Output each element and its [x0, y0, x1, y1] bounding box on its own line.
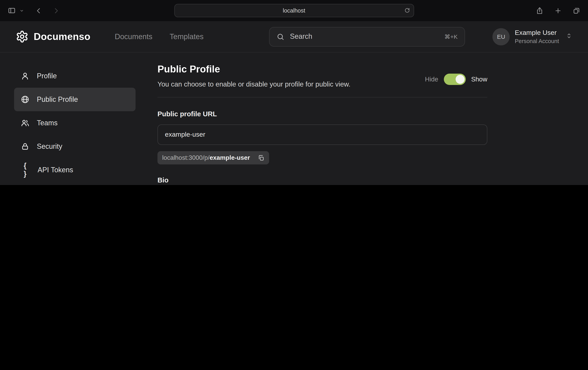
bio-label: Bio [158, 176, 487, 185]
sidebar-item-api-tokens[interactable]: { } API Tokens [14, 158, 136, 182]
copy-icon [258, 154, 264, 161]
public-profile-url-label: Public profile URL [158, 110, 487, 118]
user-icon [21, 72, 29, 80]
documenso-logo-icon [16, 30, 29, 43]
share-icon[interactable] [536, 7, 543, 14]
chevron-down-icon[interactable] [20, 8, 24, 13]
nav-templates[interactable]: Templates [170, 32, 203, 41]
browser-window: localhost Documenso Documents Templates [0, 0, 588, 185]
chevrons-up-down-icon [566, 32, 572, 41]
account-type: Personal Account [515, 38, 559, 44]
sidebar-item-label: Teams [37, 119, 58, 127]
account-name: Example User [515, 29, 559, 37]
toggle-knob [455, 75, 464, 84]
page-subtitle: You can choose to enable or disable your… [158, 80, 350, 89]
page-title: Public Profile [158, 63, 350, 75]
forward-button[interactable] [52, 7, 60, 14]
divider [158, 97, 487, 97]
search-shortcut: ⌘+K [444, 33, 458, 40]
address-bar[interactable]: localhost [174, 4, 414, 17]
main-nav: Documents Templates [115, 32, 203, 41]
profile-url-slug: example-user [210, 154, 250, 161]
sidebar-item-label: Security [37, 142, 62, 151]
show-label: Show [471, 76, 487, 83]
sidebar-item-teams[interactable]: Teams [14, 111, 136, 135]
profile-visibility-toggle[interactable] [444, 74, 466, 85]
sidebar-item-label: Public Profile [37, 95, 78, 103]
refresh-icon[interactable] [404, 7, 410, 14]
sidebar-item-profile[interactable]: Profile [14, 64, 136, 88]
public-profile-url-input[interactable] [158, 124, 487, 145]
braces-icon: { } [21, 162, 30, 178]
sidebar-item-security[interactable]: Security [14, 135, 136, 158]
nav-documents[interactable]: Documents [115, 32, 152, 41]
search-icon [277, 33, 284, 41]
copy-button[interactable] [254, 154, 264, 161]
settings-sidebar: Profile Public Profile Teams Security { … [0, 52, 143, 185]
profile-url-prefix: localhost:3000/p/ [162, 154, 210, 161]
visibility-toggle-group: Hide Show [425, 74, 487, 85]
sidebar-item-webhooks[interactable]: Webhooks [14, 182, 136, 185]
search-placeholder: Search [290, 32, 312, 41]
sidebar-item-label: API Tokens [38, 166, 73, 174]
account-menu[interactable]: EU Example User Personal Account [493, 28, 572, 45]
browser-toolbar: localhost [0, 0, 588, 21]
sidebar-toggle-icon[interactable] [8, 7, 16, 14]
lock-icon [21, 142, 29, 151]
sidebar-item-public-profile[interactable]: Public Profile [14, 88, 136, 111]
main-content: Public Profile You can choose to enable … [158, 52, 487, 185]
app-header: Documenso Documents Templates Search ⌘+K… [0, 21, 588, 52]
profile-url-preview: localhost:3000/p/example-user [158, 151, 269, 164]
sidebar-item-label: Profile [37, 72, 57, 80]
new-tab-icon[interactable] [554, 7, 562, 14]
avatar: EU [493, 28, 510, 45]
users-icon [21, 119, 29, 127]
globe-icon [21, 95, 29, 104]
search-input[interactable]: Search ⌘+K [269, 27, 465, 46]
app-body: Profile Public Profile Teams Security { … [0, 52, 588, 185]
tab-overview-icon[interactable] [573, 7, 580, 14]
address-bar-url: localhost [283, 7, 305, 14]
back-button[interactable] [35, 7, 42, 14]
hide-label: Hide [425, 76, 438, 83]
brand[interactable]: Documenso [16, 30, 91, 43]
brand-name: Documenso [34, 31, 91, 42]
